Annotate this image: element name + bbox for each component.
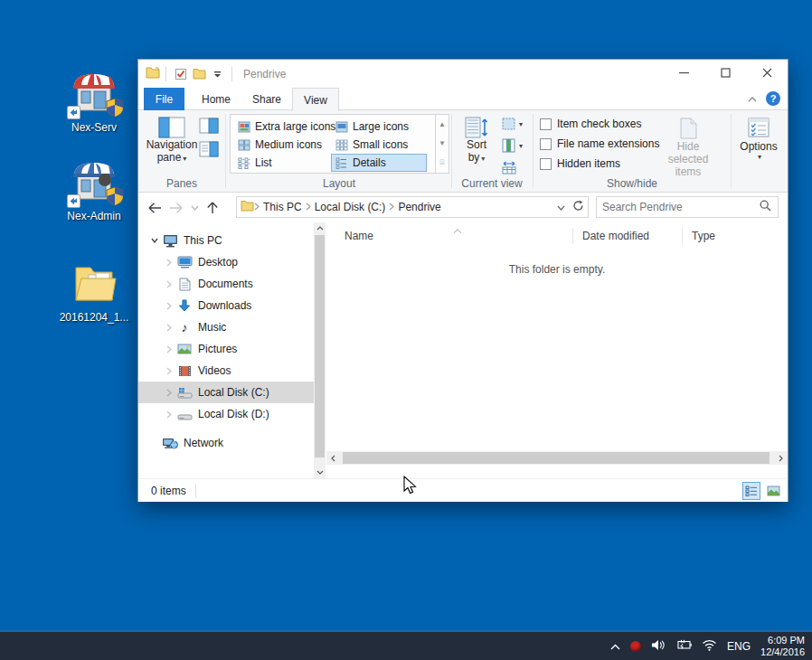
checkbox-icon[interactable]	[540, 138, 552, 150]
address-history-chevron-icon[interactable]	[557, 201, 565, 213]
empty-folder-message: This folder is empty.	[326, 263, 788, 276]
desktop-icon-nex-serv[interactable]: Nex-Serv	[54, 67, 134, 134]
refresh-icon[interactable]	[572, 200, 584, 214]
nav-item-desktop[interactable]: Desktop	[138, 251, 314, 273]
item-check-boxes-checkbox[interactable]: Item check boxes	[540, 118, 641, 130]
language-indicator[interactable]: ENG	[727, 640, 751, 653]
breadcrumb-pendrive[interactable]: Pendrive	[394, 201, 444, 213]
gallery-scroll-up-icon[interactable]: ▲	[436, 115, 448, 134]
tab-share[interactable]: Share	[241, 88, 292, 110]
tab-home[interactable]: Home	[191, 88, 241, 110]
chevron-collapsed-icon[interactable]	[162, 280, 176, 288]
qat-new-folder-button[interactable]	[190, 65, 208, 83]
nav-item-local-disk-c[interactable]: Local Disk (C:)	[138, 382, 314, 403]
chevron-collapsed-icon[interactable]	[162, 410, 176, 419]
search-icon[interactable]	[760, 200, 778, 214]
hidden-items-checkbox[interactable]: Hidden items	[540, 157, 620, 170]
details-pane-icon	[199, 141, 219, 157]
nav-item-pictures[interactable]: Pictures	[138, 338, 314, 360]
file-name-extensions-checkbox[interactable]: File name extensions	[540, 137, 659, 150]
sort-by-button[interactable]: Sort by▾	[457, 113, 496, 166]
layout-list[interactable]: List	[233, 154, 277, 172]
breadcrumb[interactable]: This PC Local Disk (C:) Pendrive	[236, 196, 589, 218]
scroll-right-icon[interactable]	[774, 451, 788, 465]
window-folder-icon	[146, 66, 160, 81]
desktop-icon-nex-admin[interactable]: Nex-Admin	[54, 156, 134, 222]
nav-item-this-pc[interactable]: This PC	[138, 230, 314, 251]
nav-item-music[interactable]: ♪ Music	[138, 316, 314, 338]
search-box[interactable]	[596, 196, 779, 218]
chevron-collapsed-icon[interactable]	[162, 259, 176, 267]
tray-recording-red-dot-icon[interactable]	[630, 641, 641, 652]
checkbox-icon[interactable]	[540, 158, 552, 170]
group-by-button[interactable]: ▾	[500, 116, 524, 132]
add-columns-button[interactable]: ▾	[500, 137, 524, 154]
taskbar[interactable]: ENG 6:09 PM 12/4/2016	[0, 630, 812, 660]
nav-item-local-disk-d[interactable]: Local Disk (D:)	[138, 403, 314, 425]
preview-pane-button[interactable]	[198, 117, 220, 135]
items-count: 0 items	[151, 485, 186, 497]
desktop-icon-label: Nex-Serv	[54, 121, 134, 134]
horizontal-scrollbar[interactable]	[326, 451, 788, 465]
back-button[interactable]	[144, 197, 165, 219]
gallery-scroll-down-icon[interactable]: ▼	[436, 134, 448, 153]
tab-view[interactable]: View	[292, 88, 339, 111]
tray-clock[interactable]: 6:09 PM 12/4/2016	[760, 635, 805, 658]
layout-extra-large-icons[interactable]: Extra large icons	[233, 118, 340, 136]
layout-medium-icons[interactable]: Medium icons	[233, 136, 326, 154]
volume-icon[interactable]	[651, 639, 666, 654]
chevron-collapsed-icon[interactable]	[162, 324, 176, 332]
wifi-icon[interactable]	[702, 639, 717, 654]
breadcrumb-this-pc[interactable]: This PC	[260, 201, 306, 213]
nav-item-downloads[interactable]: Downloads	[138, 295, 314, 316]
up-button[interactable]	[202, 197, 223, 219]
power-battery-icon[interactable]	[675, 639, 692, 653]
chevron-collapsed-icon[interactable]	[162, 345, 176, 354]
navigation-pane-button[interactable]: Navigation pane▾	[146, 113, 198, 166]
column-header-type[interactable]: Type	[692, 225, 715, 247]
title-bar[interactable]: Pendrive	[138, 60, 788, 88]
scroll-left-icon[interactable]	[326, 451, 340, 465]
chevron-expanded-icon[interactable]	[147, 237, 162, 244]
details-view-toggle-button[interactable]	[742, 482, 760, 500]
size-columns-to-fit-button[interactable]	[500, 159, 518, 175]
desktop-icon-folder[interactable]: 20161204_1...	[54, 257, 134, 324]
maximize-button[interactable]	[704, 60, 746, 86]
column-separator[interactable]	[682, 228, 683, 244]
recent-locations-chevron-icon[interactable]	[187, 197, 202, 219]
large-icons-view-toggle-button[interactable]	[764, 482, 782, 500]
scrollbar-thumb[interactable]	[343, 452, 770, 464]
search-input[interactable]	[597, 201, 760, 213]
scroll-up-icon[interactable]	[314, 222, 326, 234]
minimize-button[interactable]	[663, 60, 704, 86]
nav-scrollbar[interactable]	[314, 222, 326, 478]
nav-item-network[interactable]: Network	[138, 432, 314, 454]
close-button[interactable]	[746, 60, 788, 86]
nav-item-documents[interactable]: Documents	[138, 273, 314, 295]
tab-file[interactable]: File	[144, 88, 184, 110]
column-separator[interactable]	[572, 228, 573, 244]
chevron-collapsed-icon[interactable]	[162, 302, 176, 310]
layout-small-icons[interactable]: Small icons	[331, 136, 412, 154]
help-icon[interactable]: ?	[766, 91, 780, 106]
collapse-ribbon-chevron-icon[interactable]	[748, 92, 757, 105]
layout-details[interactable]: Details	[331, 154, 427, 172]
nav-item-videos[interactable]: Videos	[138, 360, 314, 382]
chevron-collapsed-icon[interactable]	[162, 367, 176, 375]
tray-show-hidden-icons-chevron[interactable]	[610, 640, 620, 653]
details-pane-button[interactable]	[198, 140, 220, 158]
column-header-date-modified[interactable]: Date modified	[582, 225, 649, 247]
scrollbar-thumb[interactable]	[315, 235, 325, 457]
options-button[interactable]: Options ▾	[735, 113, 782, 162]
gallery-scrollbar[interactable]: ▲ ▼ ⍗	[435, 115, 448, 173]
layout-large-icons[interactable]: Large icons	[331, 118, 413, 136]
column-header-name[interactable]: Name	[345, 225, 373, 247]
qat-properties-button[interactable]	[172, 65, 190, 83]
scroll-down-icon[interactable]	[314, 467, 326, 478]
chevron-collapsed-icon[interactable]	[162, 389, 176, 397]
qat-customize-chevron-icon[interactable]	[208, 65, 226, 83]
forward-button[interactable]	[165, 197, 187, 219]
checkbox-icon[interactable]	[540, 118, 552, 130]
gallery-more-icon[interactable]: ⍗	[436, 154, 448, 173]
breadcrumb-local-disk-c[interactable]: Local Disk (C:)	[311, 201, 390, 213]
